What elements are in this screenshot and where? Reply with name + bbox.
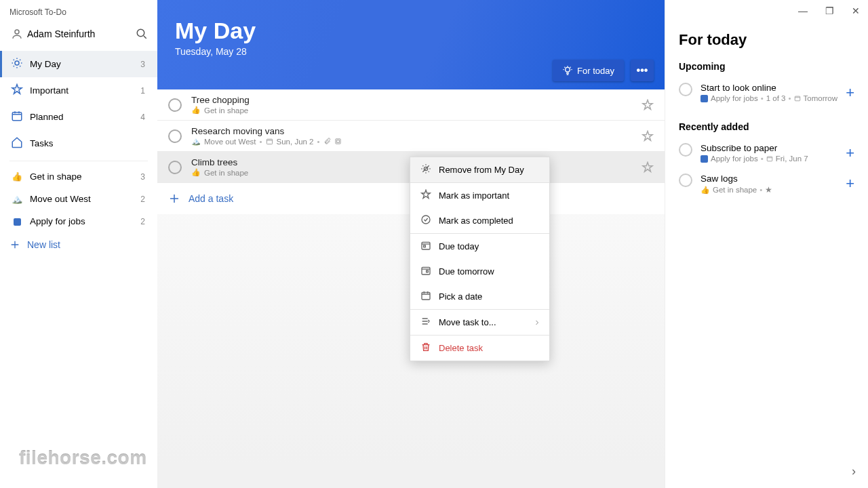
- calendar-icon: [9, 110, 24, 124]
- nav-label: Tasks: [30, 138, 148, 148]
- plus-icon: [9, 239, 20, 250]
- ctx-label: Due today: [439, 241, 541, 251]
- for-today-button[interactable]: For today: [553, 60, 624, 81]
- search-icon[interactable]: [136, 28, 148, 40]
- page-date: Tuesday, May 28: [175, 46, 647, 57]
- list-label: Move out West: [30, 194, 140, 204]
- app-title: Microsoft To-Do: [0, 3, 157, 21]
- suggestion-steps: 1 of 3: [766, 94, 786, 102]
- new-list-label: New list: [27, 239, 60, 250]
- attachment-icon: [323, 138, 331, 145]
- ctx-label: Mark as important: [439, 190, 541, 201]
- svg-rect-16: [767, 157, 772, 161]
- list-icon: 🏔️: [191, 137, 201, 146]
- minimize-button[interactable]: —: [794, 4, 812, 18]
- add-suggestion-button[interactable]: +: [846, 144, 854, 162]
- list-count: 2: [140, 217, 145, 226]
- star-icon[interactable]: [642, 130, 654, 142]
- calendar-today-icon: [418, 240, 433, 253]
- add-task-label: Add a task: [189, 193, 233, 204]
- ctx-remove-my-day[interactable]: Remove from My Day: [410, 157, 549, 182]
- suggestion-row[interactable]: Saw logs 👍Get in shape•★ +: [679, 169, 854, 201]
- list-emoji-icon: [9, 216, 24, 226]
- list-icon: [701, 155, 708, 163]
- complete-circle[interactable]: [679, 83, 692, 96]
- ctx-label: Pick a date: [439, 291, 541, 302]
- ellipsis-icon: •••: [637, 64, 648, 77]
- suggestion-title: Start to look online: [701, 83, 846, 93]
- complete-circle[interactable]: [679, 174, 692, 187]
- next-page-button[interactable]: ›: [852, 464, 856, 479]
- add-suggestion-button[interactable]: +: [846, 175, 854, 192]
- suggestion-list: Apply for jobs: [711, 94, 758, 102]
- main-column: My Day Tuesday, May 28 For today ••• Tre…: [157, 0, 665, 488]
- ctx-due-today[interactable]: Due today: [410, 234, 549, 259]
- add-suggestion-button[interactable]: +: [846, 84, 854, 102]
- svg-point-9: [422, 216, 430, 224]
- list-count: 2: [140, 195, 145, 204]
- sidebar-list-2[interactable]: Apply for jobs 2: [0, 210, 157, 232]
- close-button[interactable]: ✕: [848, 4, 864, 18]
- ctx-label: Due tomorrow: [439, 266, 541, 277]
- watermark: filehorse.com: [19, 447, 147, 469]
- svg-rect-5: [267, 139, 272, 144]
- complete-circle[interactable]: [168, 161, 182, 174]
- trash-icon: [418, 342, 433, 354]
- nav-tasks[interactable]: Tasks: [0, 130, 157, 157]
- panel-title: For today: [679, 31, 854, 49]
- complete-circle[interactable]: [168, 98, 182, 112]
- star-icon: [9, 83, 24, 98]
- complete-circle[interactable]: [168, 129, 182, 143]
- due-icon: [766, 155, 773, 162]
- chevron-right-icon: [533, 319, 541, 327]
- plus-icon: [168, 192, 180, 205]
- maximize-button[interactable]: ❐: [821, 4, 838, 18]
- nav-count: 1: [140, 86, 145, 96]
- ctx-label: Mark as completed: [439, 216, 541, 226]
- suggestion-list: Apply for jobs: [711, 155, 758, 163]
- ctx-mark-completed[interactable]: Mark as completed: [410, 208, 549, 233]
- task-list-name: Move out West: [204, 138, 256, 146]
- ctx-due-tomorrow[interactable]: Due tomorrow: [410, 259, 549, 284]
- nav-my-day[interactable]: My Day 3: [0, 51, 157, 77]
- sidebar-list-0[interactable]: 👍 Get in shape 3: [0, 165, 157, 188]
- ctx-label: Move task to...: [439, 317, 533, 327]
- ctx-pick-date[interactable]: Pick a date: [410, 284, 549, 309]
- new-list-button[interactable]: New list: [0, 232, 157, 257]
- nav-important[interactable]: Important 1: [0, 77, 157, 104]
- steps-icon: [334, 138, 342, 145]
- list-icon: 👍: [701, 186, 710, 195]
- svg-point-4: [566, 67, 570, 72]
- due-icon: [266, 138, 273, 145]
- suggestion-row[interactable]: Subscribe to paper Apply for jobs•Fri, J…: [679, 139, 854, 169]
- ctx-delete-task[interactable]: Delete task: [410, 336, 549, 361]
- task-title: Tree chopping: [191, 95, 642, 105]
- star-icon[interactable]: [642, 99, 654, 111]
- user-row[interactable]: Adam Steinfurth: [0, 21, 157, 51]
- sidebar: Microsoft To-Do Adam Steinfurth My Day 3…: [0, 0, 157, 488]
- sidebar-list-1[interactable]: 🏔️ Move out West 2: [0, 188, 157, 210]
- ctx-mark-important[interactable]: Mark as important: [410, 183, 549, 208]
- task-row[interactable]: Tree chopping 👍Get in shape: [157, 89, 665, 121]
- task-list-name: Get in shape: [204, 169, 248, 177]
- sun-icon: [9, 57, 24, 71]
- svg-point-2: [15, 61, 19, 65]
- nav-planned[interactable]: Planned 4: [0, 104, 157, 130]
- check-circle-icon: [418, 214, 433, 227]
- more-button[interactable]: •••: [631, 60, 654, 81]
- page-title: My Day: [175, 18, 647, 44]
- bulb-icon: [562, 65, 573, 76]
- ctx-label: Remove from My Day: [439, 165, 541, 175]
- suggestion-row[interactable]: Start to look online Apply for jobs•1 of…: [679, 79, 854, 109]
- list-emoji-icon: 🏔️: [9, 195, 24, 203]
- suggestions-panel: — ❐ ✕ For today Upcoming Start to look o…: [665, 0, 868, 488]
- ctx-move-task[interactable]: Move task to...: [410, 310, 549, 335]
- calendar-pick-icon: [418, 290, 433, 303]
- list-count: 3: [140, 172, 145, 182]
- suggestion-title: Saw logs: [701, 174, 846, 184]
- star-icon: [418, 189, 433, 202]
- complete-circle[interactable]: [679, 143, 692, 157]
- task-row[interactable]: Research moving vans 🏔️Move out West • S…: [157, 121, 665, 152]
- star-icon[interactable]: [642, 161, 654, 174]
- svg-rect-11: [424, 245, 426, 247]
